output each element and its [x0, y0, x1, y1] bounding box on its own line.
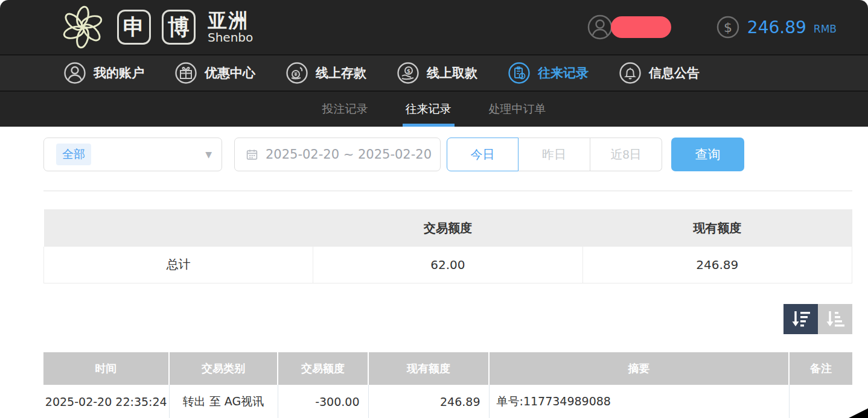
nav-item-promotions[interactable]: 优惠中心 — [174, 62, 255, 84]
col-note: 备注 — [789, 352, 852, 385]
table-row: 2025-02-20 22:35:24 转出 至 AG视讯 -300.00 24… — [43, 385, 852, 418]
nav-label: 优惠中心 — [205, 65, 255, 81]
brand-char-1: 申 — [117, 10, 151, 45]
date-range-value: 2025-02-20 ~ 2025-02-20 — [266, 147, 432, 162]
col-balance: 现有额度 — [368, 352, 489, 385]
summary-header-transaction: 交易额度 — [313, 209, 582, 247]
summary-total-transaction: 62.00 — [313, 247, 582, 283]
nav-label: 我的账户 — [94, 65, 144, 81]
dollar-icon: $ — [716, 15, 740, 39]
search-button[interactable]: 查询 — [671, 138, 744, 171]
date-range-input[interactable]: 2025-02-20 ~ 2025-02-20 — [234, 138, 441, 171]
tab-betting-records[interactable]: 投注记录 — [320, 92, 371, 127]
brand-char-2: 博 — [162, 10, 196, 45]
summary-header-blank — [44, 209, 313, 247]
flower-icon — [59, 4, 106, 51]
nav-label: 线上取款 — [427, 65, 477, 81]
nav-label: 往来记录 — [538, 65, 589, 81]
brand-logo[interactable]: 申 博 亚洲 Shenbo — [59, 4, 253, 51]
range-today-button[interactable]: 今日 — [447, 138, 519, 171]
user-avatar-icon — [587, 14, 613, 40]
nav-item-withdraw[interactable]: $ 线上取款 — [397, 62, 477, 84]
sort-descending-button[interactable] — [783, 304, 818, 334]
sort-ascending-icon — [825, 310, 846, 328]
svg-text:$: $ — [724, 20, 732, 35]
records-table: 时间 交易类别 交易额度 现有额度 摘要 备注 2025-02-20 22:35… — [43, 352, 852, 418]
col-amount: 交易额度 — [278, 352, 368, 385]
main-nav: 我的账户 优惠中心 线上存款 — [0, 54, 868, 92]
cell-category: 转出 至 AG视讯 — [169, 385, 278, 418]
filter-row: 全部 ▼ 2025-02-20 ~ 2025-02-20 — [43, 138, 852, 171]
calendar-icon — [246, 147, 258, 162]
col-summary: 摘要 — [489, 352, 789, 385]
sort-controls — [0, 304, 852, 334]
corner-triangle — [849, 408, 868, 418]
col-category: 交易类别 — [169, 352, 278, 385]
wallet[interactable]: $ 246.89 RMB — [716, 15, 837, 39]
records-header-row: 时间 交易类别 交易额度 现有额度 摘要 备注 — [43, 352, 852, 385]
brand-region: 亚洲 — [208, 11, 253, 30]
summary-total-balance: 246.89 — [582, 247, 852, 283]
brand-latin: Shenbo — [208, 31, 253, 43]
nav-item-deposit[interactable]: 线上存款 — [286, 62, 366, 84]
nav-item-announcements[interactable]: 信息公告 — [619, 62, 700, 84]
top-header: 申 博 亚洲 Shenbo $ 246.89 — [0, 0, 868, 54]
tab-pending-orders[interactable]: 处理中订单 — [487, 92, 549, 127]
records-clipboard-clock-icon — [508, 62, 531, 84]
balance-currency: RMB — [814, 19, 837, 35]
bell-icon — [619, 62, 642, 84]
cell-note — [789, 385, 852, 418]
summary-total-label: 总计 — [44, 247, 313, 283]
balance-amount: 246.89 — [747, 17, 806, 37]
summary-header-row: 交易额度 现有额度 — [44, 209, 852, 247]
nav-item-my-account[interactable]: 我的账户 — [63, 62, 144, 84]
cell-time: 2025-02-20 22:35:24 — [43, 385, 169, 418]
range-yesterday-button[interactable]: 昨日 — [519, 138, 590, 171]
chevron-down-icon: ▼ — [205, 150, 212, 159]
sort-ascending-button[interactable] — [818, 304, 852, 334]
quick-range-group: 今日 昨日 近8日 — [447, 138, 662, 171]
username-pill[interactable] — [611, 16, 671, 38]
summary-table: 交易额度 现有额度 总计 62.00 246.89 — [43, 209, 852, 283]
section-divider — [43, 191, 852, 191]
nav-item-records[interactable]: 往来记录 — [508, 62, 589, 84]
content: 全部 ▼ 2025-02-20 ~ 2025-02-20 — [0, 138, 868, 418]
tab-transaction-records[interactable]: 往来记录 — [403, 92, 454, 127]
cell-amount: -300.00 — [278, 385, 368, 418]
cell-summary: 单号:117734989088 — [489, 385, 789, 418]
sort-descending-icon — [791, 310, 811, 328]
col-time: 时间 — [43, 352, 169, 385]
sub-nav: 投注记录 往来记录 处理中订单 — [0, 92, 868, 127]
page: 申 博 亚洲 Shenbo $ 246.89 — [0, 0, 868, 418]
summary-header-balance: 现有额度 — [582, 209, 852, 247]
nav-label: 线上存款 — [316, 65, 366, 81]
selected-type-chip[interactable]: 全部 — [56, 144, 91, 165]
withdraw-hand-coin-icon: $ — [397, 62, 420, 84]
nav-label: 信息公告 — [649, 65, 700, 81]
gift-icon — [174, 62, 197, 84]
deposit-hand-coin-icon — [286, 62, 308, 84]
transaction-type-select[interactable]: 全部 ▼ — [43, 138, 222, 171]
account-avatar[interactable] — [587, 14, 671, 40]
range-last8days-button[interactable]: 近8日 — [590, 138, 662, 171]
user-icon — [63, 62, 86, 84]
summary-total-row: 总计 62.00 246.89 — [44, 247, 852, 283]
svg-text:$: $ — [407, 68, 410, 74]
cell-balance: 246.89 — [368, 385, 489, 418]
